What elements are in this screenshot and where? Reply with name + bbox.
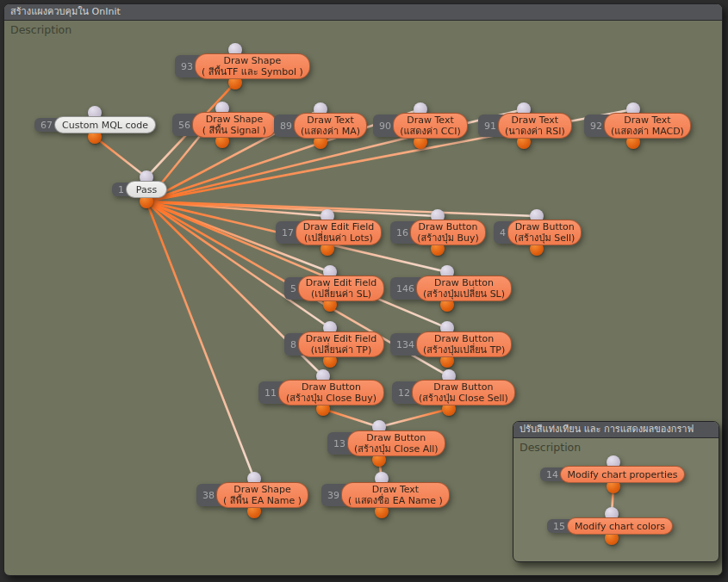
canvas: สร้างแผงควบคุมใน OnInit Description ปรับ…	[0, 0, 728, 582]
node-label-line: (เปลี่ยนค่า SL)	[305, 288, 377, 300]
node-label: Draw Text(แสดงค่า MACD)	[604, 113, 691, 139]
node-label-line: (สร้างปุ่ม Buy)	[417, 232, 479, 244]
node-label: Draw Edit Field(เปลี่ยนค่า SL)	[298, 276, 384, 301]
node-label: Draw Button(สร้างปุ่ม Close All)	[347, 430, 445, 456]
node-label: Custom MQL code	[54, 116, 156, 133]
node-label: Draw Edit Field(เปลี่ยนค่า Lots)	[296, 220, 382, 245]
node-label-line: (เปลี่ยนค่า TP)	[305, 344, 377, 356]
group-title-bar[interactable]: สร้างแผงควบคุมใน OnInit	[4, 4, 722, 21]
node-label-line: (สร้างปุ่ม Close Buy)	[285, 393, 377, 404]
node-label-line: (แสดงค่า CCI)	[400, 126, 461, 137]
node-label: Draw Shape( สีพื้น EA Name )	[216, 482, 308, 508]
node-5[interactable]: 5Draw Edit Field(เปลี่ยนค่า SL)	[284, 276, 384, 301]
node-label: Draw Text(แสดงค่า MA)	[294, 113, 367, 139]
node-label: Draw Button(สร้างปุ่ม Sell)	[507, 220, 582, 245]
node-label-line: (แสดงค่า MACD)	[611, 126, 684, 137]
node-label-line: Draw Shape	[199, 114, 270, 125]
node-label-line: (นาดงค่า RSI)	[505, 126, 565, 137]
node-label: Draw Edit Field(เปลี่ยนค่า TP)	[298, 331, 384, 357]
node-label-line: (เปลี่ยนค่า Lots)	[302, 232, 375, 244]
node-56[interactable]: 56Draw Shape( สีพื้น Signal )	[172, 112, 277, 138]
node-label-line: (แสดงค่า MA)	[301, 126, 360, 137]
node-label-line: (สร้างปุ่ม Close Sell)	[419, 393, 508, 404]
node-label-line: Modify chart properties	[567, 469, 678, 480]
node-91[interactable]: 91Draw Text(นาดงค่า RSI)	[478, 113, 572, 139]
node-label: Modify chart colors	[567, 517, 673, 535]
node-label: Draw Button(สร้างปุ่มเปลี่ยน SL)	[416, 276, 512, 301]
group-description-label: Description	[10, 23, 72, 36]
node-label-line: ( สีพื้น EA Name )	[223, 495, 302, 506]
node-1[interactable]: 1Pass	[112, 181, 167, 198]
node-label-line: Draw Edit Field	[305, 277, 377, 288]
node-67[interactable]: 67Custom MQL code	[34, 116, 156, 133]
node-label-line: Draw Button	[423, 277, 505, 288]
node-13[interactable]: 13Draw Button(สร้างปุ่ม Close All)	[327, 430, 445, 456]
node-label: Draw Button(สร้างปุ่ม Close Buy)	[278, 380, 384, 406]
group-title-bar[interactable]: ปรับสีแท่งเทียน และ การแสดงผลของกราฟ	[513, 422, 719, 438]
node-38[interactable]: 38Draw Shape( สีพื้น EA Name )	[196, 482, 308, 508]
node-label-line: Draw Edit Field	[305, 333, 377, 344]
node-label-line: Draw Edit Field	[302, 221, 375, 232]
node-label: Modify chart properties	[560, 466, 685, 483]
node-label-line: (สร้างปุ่ม Sell)	[514, 232, 575, 244]
node-label-line: ( สีพื้น Signal )	[199, 125, 270, 136]
node-label-line: Draw Button	[514, 221, 575, 232]
node-label-line: Draw Shape	[223, 484, 302, 495]
node-14[interactable]: 14Modify chart properties	[540, 466, 685, 483]
node-label: Draw Text(นาดงค่า RSI)	[498, 113, 572, 139]
node-label-line: ( แสดงชื่อ EA Name )	[348, 495, 443, 506]
node-label: Draw Text( แสดงชื่อ EA Name )	[341, 482, 450, 508]
node-label-line: (สร้างปุ่ม Close All)	[354, 443, 439, 455]
node-16[interactable]: 16Draw Button(สร้างปุ่ม Buy)	[390, 220, 486, 245]
node-label-line: Draw Text	[611, 115, 684, 126]
node-label-line: Draw Text	[400, 115, 461, 126]
node-label: Pass	[126, 181, 167, 198]
node-11[interactable]: 11Draw Button(สร้างปุ่ม Close Buy)	[258, 380, 384, 406]
node-label-line: Draw Button	[423, 333, 505, 344]
node-label-line: Draw Text	[348, 484, 443, 495]
node-146[interactable]: 146Draw Button(สร้างปุ่มเปลี่ยน SL)	[390, 276, 512, 301]
node-label: Draw Text(แสดงค่า CCI)	[393, 113, 468, 139]
node-label: Draw Button(สร้างปุ่มเปลี่ยน TP)	[416, 331, 512, 357]
node-label-line: Draw Text	[505, 115, 565, 126]
node-label-line: Draw Button	[419, 381, 508, 393]
node-label-line: (สร้างปุ่มเปลี่ยน TP)	[423, 344, 505, 356]
node-label: Draw Button(สร้างปุ่ม Close Sell)	[412, 380, 515, 406]
node-label-line: Draw Button	[417, 221, 479, 232]
node-17[interactable]: 17Draw Edit Field(เปลี่ยนค่า Lots)	[276, 220, 382, 245]
node-label: Draw Shape( สีพื้นTF และ Symbol )	[195, 53, 310, 79]
node-label-line: Pass	[133, 184, 160, 195]
node-8[interactable]: 8Draw Edit Field(เปลี่ยนค่า TP)	[284, 331, 384, 357]
node-12[interactable]: 12Draw Button(สร้างปุ่ม Close Sell)	[392, 380, 515, 406]
node-label-line: Draw Button	[285, 381, 377, 393]
node-label-line: Custom MQL code	[61, 120, 149, 131]
node-label-line: ( สีพื้นTF และ Symbol )	[202, 66, 303, 77]
node-93[interactable]: 93Draw Shape( สีพื้นTF และ Symbol )	[175, 53, 310, 79]
node-15[interactable]: 15Modify chart colors	[547, 517, 673, 535]
node-92[interactable]: 92Draw Text(แสดงค่า MACD)	[584, 113, 691, 139]
node-39[interactable]: 39Draw Text( แสดงชื่อ EA Name )	[321, 482, 450, 508]
node-90[interactable]: 90Draw Text(แสดงค่า CCI)	[373, 113, 468, 139]
node-label: Draw Shape( สีพื้น Signal )	[192, 112, 277, 138]
node-4[interactable]: 4Draw Button(สร้างปุ่ม Sell)	[494, 220, 582, 245]
node-89[interactable]: 89Draw Text(แสดงค่า MA)	[274, 113, 367, 139]
node-label-line: Draw Button	[354, 432, 439, 443]
node-label-line: Draw Shape	[202, 55, 303, 66]
node-label: Draw Button(สร้างปุ่ม Buy)	[410, 220, 486, 245]
group-description-label: Description	[520, 441, 581, 454]
node-134[interactable]: 134Draw Button(สร้างปุ่มเปลี่ยน TP)	[390, 331, 512, 357]
node-label-line: (สร้างปุ่มเปลี่ยน SL)	[423, 288, 505, 300]
node-label-line: Draw Text	[301, 115, 360, 126]
node-label-line: Modify chart colors	[574, 521, 666, 532]
